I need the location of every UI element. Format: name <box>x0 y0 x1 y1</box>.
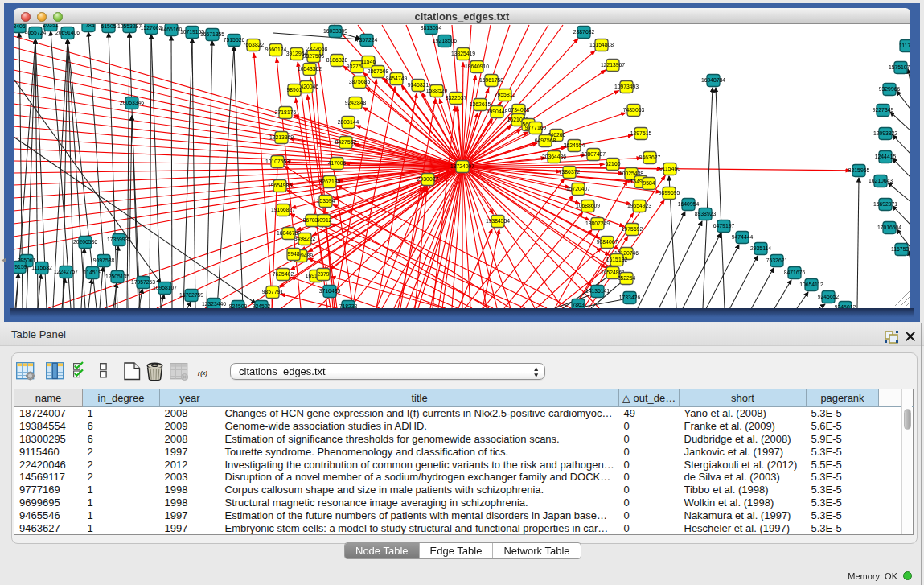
svg-text:8813054: 8813054 <box>421 25 442 31</box>
svg-text:2379: 2379 <box>317 271 329 277</box>
svg-text:6479197: 6479197 <box>713 223 735 229</box>
svg-text:60912: 60912 <box>317 217 332 223</box>
svg-text:16033809: 16033809 <box>323 28 347 34</box>
svg-text:7515526: 7515526 <box>224 37 245 43</box>
svg-text:15692971: 15692971 <box>873 201 897 207</box>
svg-text:19654985: 19654985 <box>268 183 292 188</box>
svg-text:19654923: 19654923 <box>627 203 651 208</box>
svg-text:12213967: 12213967 <box>601 62 625 68</box>
svg-text:10807487: 10807487 <box>581 151 606 157</box>
svg-text:8454749: 8454749 <box>386 76 408 81</box>
svg-text:8322037: 8322037 <box>446 95 467 101</box>
svg-text:18807249: 18807249 <box>585 220 610 226</box>
svg-text:1297515: 1297515 <box>630 130 652 136</box>
svg-text:12505135: 12505135 <box>105 274 129 279</box>
svg-text:(x): (x) <box>200 370 207 377</box>
svg-text:1362615: 1362615 <box>470 101 491 107</box>
svg-text:1640954: 1640954 <box>678 201 700 207</box>
svg-text:8186328: 8186328 <box>326 57 348 63</box>
svg-text:19218506: 19218506 <box>433 38 457 43</box>
svg-text:9327505: 9327505 <box>303 53 325 59</box>
svg-text:18640910: 18640910 <box>465 64 489 69</box>
svg-text:6466160: 6466160 <box>161 27 183 32</box>
svg-text:14136141: 14136141 <box>585 288 610 294</box>
svg-text:3875685: 3875685 <box>349 79 371 84</box>
svg-text:19166827: 19166827 <box>271 207 295 212</box>
svg-text:19384554: 19384554 <box>486 218 510 224</box>
svg-text:1588520: 1588520 <box>426 88 448 93</box>
svg-text:12093822: 12093822 <box>873 130 897 136</box>
svg-text:8471676: 8471676 <box>784 270 806 275</box>
svg-text:10973493: 10973493 <box>614 84 639 89</box>
svg-text:16046788: 16046788 <box>277 230 301 236</box>
svg-text:9146821: 9146821 <box>408 82 429 88</box>
svg-text:8427552: 8427552 <box>335 139 357 145</box>
svg-text:20053346: 20053346 <box>120 100 144 105</box>
svg-text:20691406: 20691406 <box>55 30 80 35</box>
svg-text:1244415: 1244415 <box>875 154 897 159</box>
svg-text:153594: 153594 <box>317 198 335 204</box>
svg-text:8938923: 8938923 <box>695 211 717 216</box>
svg-text:11546: 11546 <box>361 59 376 64</box>
svg-text:20364436: 20364436 <box>542 154 566 159</box>
svg-text:17359934: 17359934 <box>107 237 131 242</box>
svg-text:9084067: 9084067 <box>597 239 618 245</box>
svg-text:7386372: 7386372 <box>559 169 581 175</box>
svg-text:39159: 39159 <box>14 264 27 270</box>
svg-text:2935114: 2935114 <box>750 245 771 251</box>
svg-text:9474444: 9474444 <box>732 234 754 240</box>
svg-text:16210643: 16210643 <box>869 178 893 183</box>
svg-text:1115682: 1115682 <box>31 265 52 270</box>
svg-text:2887682: 2887682 <box>573 29 595 35</box>
svg-text:4055724: 4055724 <box>25 30 47 35</box>
svg-text:6990448: 6990448 <box>487 109 508 114</box>
svg-text:15720407: 15720407 <box>566 186 590 192</box>
svg-text:10107553: 10107553 <box>265 159 290 164</box>
svg-text:1167535: 1167535 <box>891 246 910 252</box>
svg-text:10688609: 10688609 <box>576 203 600 208</box>
svg-text:9245652: 9245652 <box>818 294 840 299</box>
svg-text:2867608: 2867608 <box>368 68 389 74</box>
svg-text:6497568: 6497568 <box>535 138 556 143</box>
svg-text:98961: 98961 <box>287 87 302 93</box>
svg-text:10543362: 10543362 <box>298 66 322 72</box>
svg-text:1615132: 1615132 <box>606 257 628 262</box>
svg-text:9899695: 9899695 <box>659 190 680 196</box>
svg-text:16961758: 16961758 <box>479 77 503 83</box>
svg-text:2718176: 2718176 <box>275 109 297 115</box>
svg-text:7485063: 7485063 <box>623 107 645 113</box>
svg-text:16048784: 16048784 <box>701 77 725 83</box>
svg-text:2930027: 2930027 <box>417 176 439 182</box>
svg-text:6734028: 6734028 <box>508 107 530 113</box>
svg-text:9115460: 9115460 <box>659 166 680 171</box>
svg-text:8215955: 8215955 <box>848 167 870 173</box>
svg-text:9660124: 9660124 <box>265 47 287 52</box>
svg-text:824509: 824509 <box>229 303 248 308</box>
svg-text:17016504: 17016504 <box>877 225 901 230</box>
svg-text:18724007: 18724007 <box>450 163 474 169</box>
svg-text:7663822: 7663822 <box>243 42 265 47</box>
svg-text:9245012: 9245012 <box>835 304 856 308</box>
svg-text:12242757: 12242757 <box>54 269 78 274</box>
svg-text:10958107: 10958107 <box>153 285 177 290</box>
svg-text:61505: 61505 <box>101 24 117 29</box>
svg-text:7357224: 7357224 <box>356 37 378 43</box>
svg-text:252254: 252254 <box>618 275 636 281</box>
svg-text:13325419: 13325419 <box>451 51 475 56</box>
svg-text:16671355: 16671355 <box>200 31 224 37</box>
svg-text:16154808: 16154808 <box>589 42 614 47</box>
svg-text:9777169: 9777169 <box>525 125 547 130</box>
svg-text:7632621: 7632621 <box>766 257 788 263</box>
svg-text:417006: 417006 <box>328 160 347 166</box>
svg-text:2803144: 2803144 <box>338 119 359 125</box>
svg-text:9097588: 9097588 <box>93 257 115 263</box>
svg-text:9329966: 9329966 <box>879 86 901 92</box>
svg-text:20391: 20391 <box>43 24 59 27</box>
svg-text:17957253: 17957253 <box>131 279 155 285</box>
svg-text:10654112: 10654112 <box>799 282 823 287</box>
svg-text:3716485: 3716485 <box>319 288 341 294</box>
svg-text:1975692: 1975692 <box>622 226 643 232</box>
svg-text:12323446: 12323446 <box>202 301 226 307</box>
svg-text:1784: 1784 <box>82 24 94 28</box>
svg-text:7625402: 7625402 <box>273 271 294 277</box>
